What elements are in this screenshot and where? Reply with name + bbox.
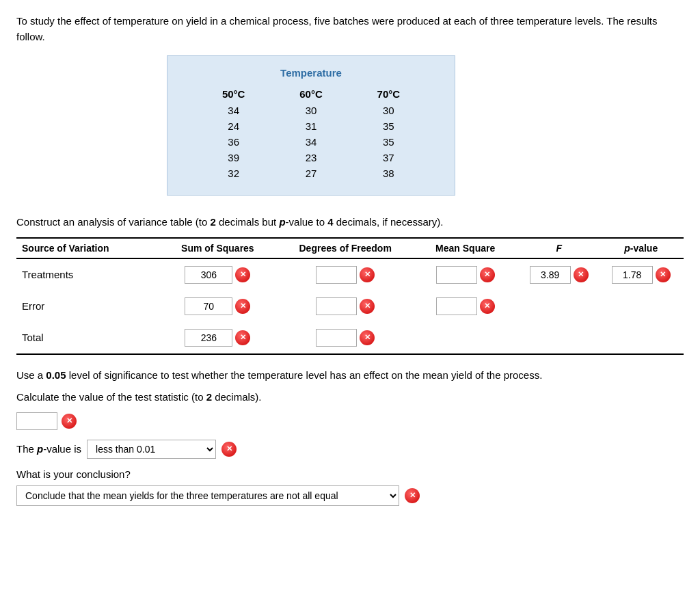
df-error-clear[interactable] bbox=[360, 299, 375, 314]
source-error: Error bbox=[16, 291, 156, 322]
temp-cell-r2-c1: 34 bbox=[272, 134, 349, 150]
temp-cell-r4-c1: 27 bbox=[272, 165, 349, 181]
header-source: Source of Variation bbox=[16, 238, 156, 258]
ms-error-input[interactable] bbox=[436, 297, 477, 315]
temperature-data-table: 50°C 60°C 70°C 3430302431353634353923373… bbox=[195, 85, 427, 181]
ms-treatments-group bbox=[436, 266, 495, 284]
conclusion-label: What is your conclusion? bbox=[16, 468, 684, 480]
pvalue-clear[interactable] bbox=[221, 442, 237, 457]
f-treatments-group bbox=[530, 266, 589, 284]
intro-paragraph: To study the effect of temperature on yi… bbox=[16, 14, 684, 44]
temp-cell-r4-c2: 38 bbox=[350, 165, 427, 181]
df-total-group bbox=[316, 329, 375, 347]
temp-cell-r3-c1: 23 bbox=[272, 150, 349, 165]
header-ss: Sum of Squares bbox=[156, 238, 280, 258]
temp-cell-r0-c1: 30 bbox=[272, 103, 349, 118]
ss-total-cell bbox=[156, 322, 280, 354]
conclusion-select[interactable]: Conclude that the mean yields for the th… bbox=[16, 485, 399, 506]
df-treatments-cell bbox=[280, 258, 411, 291]
temp-table-row: 243135 bbox=[195, 118, 427, 134]
temp-table-row: 322738 bbox=[195, 165, 427, 181]
ss-treatments-cell bbox=[156, 258, 280, 291]
pv-error-cell bbox=[598, 291, 684, 322]
temp-cell-r2-c2: 35 bbox=[350, 134, 427, 150]
df-error-cell bbox=[280, 291, 411, 322]
source-total: Total bbox=[16, 322, 156, 354]
temperature-table-title: Temperature bbox=[195, 67, 427, 79]
f-treatments-input[interactable] bbox=[530, 266, 571, 284]
table-row-treatments: Treatments bbox=[16, 258, 684, 291]
ss-error-cell bbox=[156, 291, 280, 322]
ms-treatments-clear[interactable] bbox=[480, 267, 495, 282]
ms-error-group bbox=[436, 297, 495, 315]
df-total-cell bbox=[280, 322, 411, 354]
temp-cell-r3-c2: 37 bbox=[350, 150, 427, 165]
col-header-60c: 60°C bbox=[272, 85, 349, 103]
col-header-70c: 70°C bbox=[350, 85, 427, 103]
header-ms: Mean Square bbox=[411, 238, 520, 258]
temp-table-row: 363435 bbox=[195, 134, 427, 150]
ss-total-input[interactable] bbox=[185, 329, 232, 347]
test-stat-row bbox=[16, 412, 684, 430]
pv-header-label: p bbox=[624, 243, 630, 254]
decimal-2: 2 bbox=[210, 216, 215, 228]
pvalue-row: The p-value is less than 0.01 between 0.… bbox=[16, 440, 684, 459]
pv-total-cell bbox=[598, 322, 684, 354]
pv-treatments-input[interactable] bbox=[612, 266, 653, 284]
ms-error-cell bbox=[411, 291, 520, 322]
temp-cell-r1-c2: 35 bbox=[350, 118, 427, 134]
temp-cell-r3-c0: 39 bbox=[195, 150, 272, 165]
ss-treatments-input[interactable] bbox=[185, 266, 232, 284]
anova-table-container: Source of Variation Sum of Squares Degre… bbox=[16, 237, 684, 355]
ms-treatments-cell bbox=[411, 258, 520, 291]
sig-level: 0.05 bbox=[46, 369, 66, 381]
source-treatments: Treatments bbox=[16, 258, 156, 291]
calc-decimals: 2 bbox=[206, 391, 212, 403]
conclusion-clear[interactable] bbox=[405, 488, 420, 503]
temperature-table-wrapper: Temperature 50°C 60°C 70°C 3430302431353… bbox=[167, 55, 455, 196]
temp-cell-r1-c0: 24 bbox=[195, 118, 272, 134]
test-stat-input[interactable] bbox=[16, 412, 57, 430]
pvalue-label: The p-value is bbox=[16, 443, 81, 455]
header-pv: p-value bbox=[598, 238, 684, 258]
df-error-input[interactable] bbox=[316, 297, 357, 315]
df-total-input[interactable] bbox=[316, 329, 357, 347]
ms-total-cell bbox=[411, 322, 520, 354]
df-treatments-group bbox=[316, 266, 375, 284]
ss-error-clear[interactable] bbox=[235, 299, 250, 314]
anova-instruction: Construct an analysis of variance table … bbox=[16, 215, 684, 230]
df-treatments-input[interactable] bbox=[316, 266, 357, 284]
temp-cell-r0-c2: 30 bbox=[350, 103, 427, 118]
df-total-clear[interactable] bbox=[360, 330, 375, 345]
decimal-4: 4 bbox=[327, 216, 333, 228]
ms-error-clear[interactable] bbox=[480, 299, 495, 314]
temp-cell-r4-c0: 32 bbox=[195, 165, 272, 181]
df-error-group bbox=[316, 297, 375, 315]
ss-total-group bbox=[185, 329, 250, 347]
f-error-cell bbox=[520, 291, 598, 322]
ss-error-group bbox=[185, 297, 250, 315]
calc-text: Calculate the value of the test statisti… bbox=[16, 389, 684, 405]
pv-treatments-clear[interactable] bbox=[656, 267, 671, 282]
f-total-cell bbox=[520, 322, 598, 354]
pv-treatments-group bbox=[612, 266, 671, 284]
ss-total-clear[interactable] bbox=[235, 330, 250, 345]
ss-treatments-group bbox=[185, 266, 250, 284]
ss-error-input[interactable] bbox=[185, 297, 232, 315]
anova-table: Source of Variation Sum of Squares Degre… bbox=[16, 237, 684, 355]
temp-cell-r0-c0: 34 bbox=[195, 103, 272, 118]
p-italic: p bbox=[37, 443, 43, 455]
ss-treatments-clear[interactable] bbox=[235, 267, 250, 282]
f-treatments-clear[interactable] bbox=[574, 267, 589, 282]
test-stat-clear[interactable] bbox=[62, 414, 77, 429]
temp-table-row: 343030 bbox=[195, 103, 427, 118]
ms-treatments-input[interactable] bbox=[436, 266, 477, 284]
df-treatments-clear[interactable] bbox=[360, 267, 375, 282]
col-header-50c: 50°C bbox=[195, 85, 272, 103]
header-df: Degrees of Freedom bbox=[280, 238, 411, 258]
pvalue-select[interactable]: less than 0.01 between 0.01 and 0.025 be… bbox=[87, 440, 216, 459]
temp-table-row: 392337 bbox=[195, 150, 427, 165]
table-row-error: Error bbox=[16, 291, 684, 322]
p-value-text: p bbox=[279, 216, 285, 228]
f-treatments-cell bbox=[520, 258, 598, 291]
